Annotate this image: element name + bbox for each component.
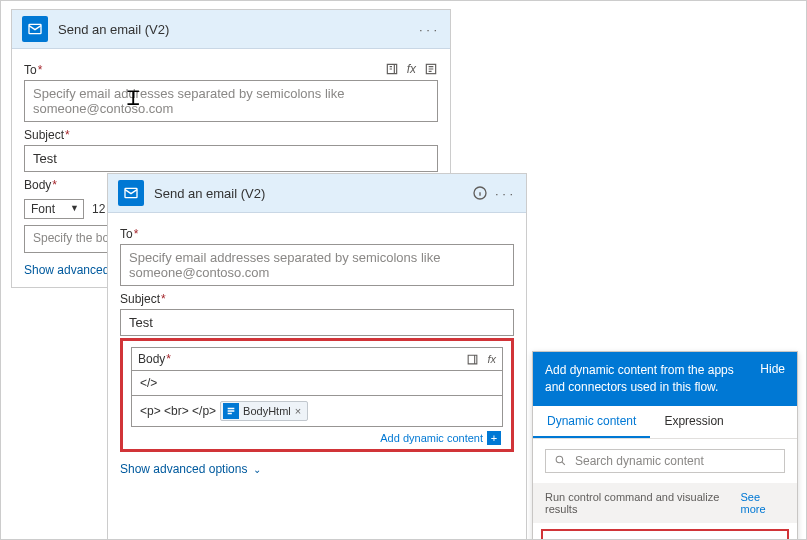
body-field-2[interactable]: Body* fx </> <p> <br> </p> BodyHtml × [131, 347, 503, 427]
card1-title: Send an email (V2) [58, 22, 416, 37]
dyn-search-input[interactable]: Search dynamic content [545, 449, 785, 473]
html-content-row[interactable]: <p> <br> </p> BodyHtml × [132, 395, 502, 426]
card2-title: Send an email (V2) [154, 186, 468, 201]
tab-dynamic-content[interactable]: Dynamic content [533, 406, 650, 438]
card1-header: Send an email (V2) · · · [12, 10, 450, 49]
outlook-icon [118, 180, 144, 206]
chevron-down-icon: ⌄ [253, 464, 261, 475]
to-book-icon[interactable] [385, 62, 399, 76]
body-label-2: Body [138, 352, 165, 366]
show-advanced-link-2[interactable]: Show advanced options⌄ [120, 462, 514, 476]
body-label: Body [24, 178, 51, 192]
body-book-icon[interactable] [466, 353, 479, 366]
svg-point-7 [556, 456, 563, 463]
plus-icon: + [487, 431, 501, 445]
text-cursor-icon: Ꮖ [127, 87, 140, 110]
subject-label: Subject [24, 128, 64, 142]
dynamic-content-panel: Add dynamic content from the apps and co… [532, 351, 798, 540]
dyn-item-bodyhtml[interactable]: BodyHtml The body of the result in html … [541, 529, 789, 540]
font-select[interactable]: Font [24, 199, 84, 219]
code-tag-row: </> [132, 370, 502, 395]
see-more-link[interactable]: See more [741, 491, 785, 515]
body-fx-icon[interactable]: fx [487, 353, 496, 365]
card2-header: Send an email (V2) · · · [108, 174, 526, 213]
dyn-header: Add dynamic content from the apps and co… [533, 352, 797, 406]
search-icon [554, 454, 567, 467]
to-label: To [24, 63, 37, 77]
outlook-icon [22, 16, 48, 42]
bodyhtml-token[interactable]: BodyHtml × [220, 401, 308, 421]
card1-more-icon[interactable]: · · · [416, 17, 440, 41]
subject-input[interactable]: Test [24, 145, 438, 172]
to-label-2: To [120, 227, 133, 241]
subject-label-2: Subject [120, 292, 160, 306]
body-highlight-section: Body* fx </> <p> <br> </p> BodyHtml × Ad… [120, 338, 514, 452]
token-remove-icon[interactable]: × [295, 405, 301, 417]
dyn-tabs: Dynamic content Expression [533, 406, 797, 439]
dyn-hide-link[interactable]: Hide [760, 362, 785, 396]
html-prefix: <p> <br> </p> [140, 404, 216, 418]
subject-input-2[interactable]: Test [120, 309, 514, 336]
token-icon [223, 403, 239, 419]
info-icon[interactable] [468, 181, 492, 205]
card2-body: To* Specify email addresses separated by… [108, 213, 526, 540]
email-card-2: Send an email (V2) · · · To* Specify ema… [107, 173, 527, 540]
dyn-header-text: Add dynamic content from the apps and co… [545, 362, 752, 396]
add-dynamic-content-link[interactable]: Add dynamic content + [131, 431, 501, 445]
tab-expression[interactable]: Expression [650, 406, 737, 438]
to-fx-icon[interactable]: fx [407, 62, 416, 76]
to-input-2[interactable]: Specify email addresses separated by sem… [120, 244, 514, 286]
dyn-group-header: Run control command and visualize result… [533, 483, 797, 523]
to-input[interactable]: Specify email addresses separated by sem… [24, 80, 438, 122]
to-edit-icon[interactable] [424, 62, 438, 76]
card2-more-icon[interactable]: · · · [492, 181, 516, 205]
